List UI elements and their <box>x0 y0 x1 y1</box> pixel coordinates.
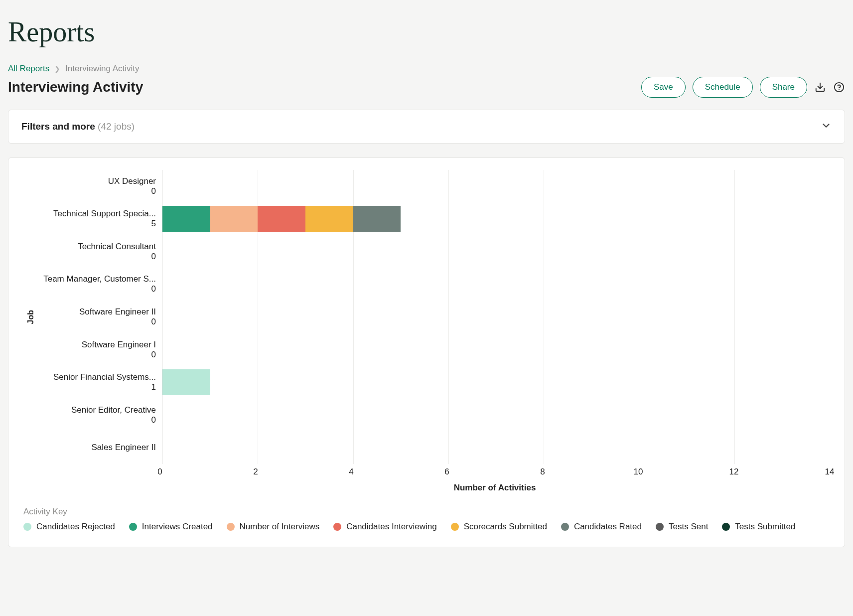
y-category-total: 0 <box>151 350 156 360</box>
y-category: Technical Support Specia...5 <box>35 203 162 236</box>
bar-row <box>162 170 830 203</box>
legend: Activity Key Candidates RejectedIntervie… <box>23 507 830 532</box>
bar-rows <box>162 170 830 464</box>
legend-item[interactable]: Interviews Created <box>129 522 213 532</box>
y-category: Technical Consultant0 <box>35 235 162 268</box>
y-category: UX Designer0 <box>35 170 162 203</box>
legend-item[interactable]: Number of Interviews <box>227 522 320 532</box>
legend-item[interactable]: Tests Submitted <box>722 522 795 532</box>
y-category-label: Software Engineer II <box>79 307 156 317</box>
legend-swatch <box>451 523 459 531</box>
y-category-total: 0 <box>151 415 156 425</box>
y-category-label: Team Manager, Customer S... <box>43 274 156 284</box>
y-category-total: 0 <box>151 317 156 327</box>
x-tick: 4 <box>349 467 353 477</box>
y-category-label: Technical Support Specia... <box>53 209 156 219</box>
y-category-total: 1 <box>151 382 156 392</box>
legend-title: Activity Key <box>23 507 830 517</box>
bar-row <box>162 235 830 268</box>
breadcrumb-current: Interviewing Activity <box>65 64 139 74</box>
breadcrumb: All Reports ❯ Interviewing Activity <box>8 64 845 74</box>
bars-area <box>162 170 830 464</box>
legend-label: Candidates Rejected <box>36 522 115 532</box>
bar-row <box>162 333 830 366</box>
y-category: Team Manager, Customer S...0 <box>35 268 162 301</box>
chevron-down-icon[interactable] <box>821 120 832 133</box>
x-axis: 02468101214 <box>23 464 830 479</box>
y-category: Software Engineer I0 <box>35 333 162 366</box>
y-category-label: Sales Engineer II <box>92 443 156 453</box>
bar-row <box>162 301 830 333</box>
filters-panel[interactable]: Filters and more (42 jobs) <box>8 110 845 144</box>
filters-title: Filters and more (42 jobs) <box>21 121 135 132</box>
x-tick: 2 <box>253 467 258 477</box>
bar-segment[interactable] <box>162 369 210 395</box>
bar-row <box>162 268 830 301</box>
y-category-label: UX Designer <box>108 176 156 186</box>
x-tick: 6 <box>444 467 449 477</box>
legend-label: Number of Interviews <box>240 522 320 532</box>
y-category-total: 5 <box>151 219 156 229</box>
y-category-total: 0 <box>151 284 156 294</box>
y-category: Sales Engineer II <box>35 432 162 464</box>
y-axis: UX Designer0Technical Support Specia...5… <box>35 170 162 464</box>
legend-item[interactable]: Candidates Rejected <box>23 522 115 532</box>
legend-swatch <box>722 523 730 531</box>
legend-label: Interviews Created <box>142 522 213 532</box>
chevron-right-icon: ❯ <box>54 65 60 73</box>
bar-segment[interactable] <box>162 206 210 232</box>
x-axis-label: Number of Activities <box>160 483 830 493</box>
legend-label: Tests Submitted <box>735 522 795 532</box>
download-icon[interactable] <box>814 81 826 93</box>
y-category: Software Engineer II0 <box>35 301 162 333</box>
bar-row <box>162 366 830 399</box>
y-category-label: Senior Financial Systems... <box>53 372 156 382</box>
legend-swatch <box>23 523 31 531</box>
save-button[interactable]: Save <box>641 77 686 98</box>
bar-segment[interactable] <box>353 206 401 232</box>
bar-segment[interactable] <box>258 206 305 232</box>
y-category-label: Software Engineer I <box>82 340 156 350</box>
filters-label: Filters and more <box>21 121 95 132</box>
y-category-label: Technical Consultant <box>78 242 156 252</box>
x-tick: 0 <box>157 467 162 477</box>
help-icon[interactable] <box>833 81 845 93</box>
legend-item[interactable]: Tests Sent <box>656 522 708 532</box>
page-title: Reports <box>8 16 845 48</box>
legend-label: Candidates Rated <box>574 522 642 532</box>
y-category: Senior Financial Systems...1 <box>35 366 162 399</box>
legend-label: Scorecards Submitted <box>464 522 547 532</box>
legend-item[interactable]: Candidates Rated <box>561 522 642 532</box>
share-button[interactable]: Share <box>760 77 807 98</box>
y-axis-label: Job <box>23 310 35 324</box>
legend-swatch <box>561 523 569 531</box>
bar-segment[interactable] <box>305 206 353 232</box>
bar-row <box>162 203 830 236</box>
bar-row <box>162 399 830 432</box>
schedule-button[interactable]: Schedule <box>693 77 753 98</box>
legend-items: Candidates RejectedInterviews CreatedNum… <box>23 522 830 532</box>
legend-swatch <box>333 523 341 531</box>
x-tick: 8 <box>540 467 545 477</box>
y-category: Senior Editor, Creative0 <box>35 399 162 432</box>
legend-label: Tests Sent <box>669 522 708 532</box>
report-subtitle: Interviewing Activity <box>8 79 143 95</box>
bar-segment[interactable] <box>210 206 258 232</box>
x-tick: 12 <box>729 467 739 477</box>
bar-row <box>162 432 830 464</box>
filters-count: (42 jobs) <box>98 121 135 132</box>
legend-item[interactable]: Scorecards Submitted <box>451 522 547 532</box>
chart-panel: Job UX Designer0Technical Support Specia… <box>8 157 845 547</box>
y-category-total: 0 <box>151 252 156 262</box>
legend-swatch <box>129 523 137 531</box>
action-bar: Save Schedule Share <box>641 77 845 98</box>
x-ticks: 02468101214 <box>160 464 830 479</box>
legend-swatch <box>656 523 664 531</box>
x-tick: 14 <box>825 467 835 477</box>
plot-area: Job UX Designer0Technical Support Specia… <box>23 170 830 464</box>
legend-item[interactable]: Candidates Interviewing <box>333 522 436 532</box>
x-tick: 10 <box>634 467 643 477</box>
y-category-label: Senior Editor, Creative <box>71 405 156 415</box>
legend-swatch <box>227 523 235 531</box>
breadcrumb-root-link[interactable]: All Reports <box>8 64 49 74</box>
